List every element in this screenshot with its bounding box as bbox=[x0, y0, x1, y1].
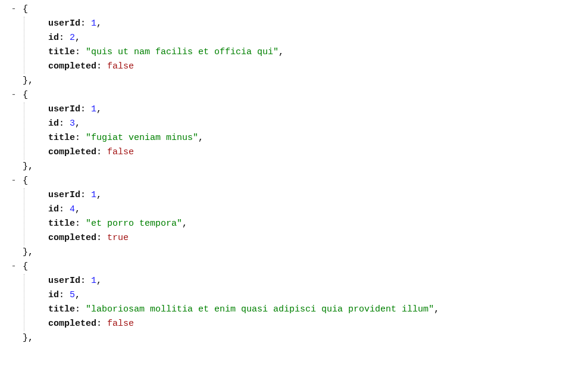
json-key: title bbox=[48, 219, 75, 229]
property-line: id: 4, bbox=[48, 202, 588, 217]
property-line: userId: 1, bbox=[48, 102, 588, 117]
json-colon: : bbox=[75, 219, 86, 229]
json-key: id bbox=[48, 204, 59, 214]
brace-open: { bbox=[23, 176, 28, 186]
json-comma: , bbox=[28, 76, 33, 86]
json-colon: : bbox=[96, 233, 107, 243]
json-colon: : bbox=[80, 104, 91, 114]
json-boolean: false bbox=[107, 61, 134, 71]
json-number: 4 bbox=[70, 204, 75, 214]
object-close-line: }, bbox=[0, 331, 588, 345]
property-line: userId: 1, bbox=[48, 188, 588, 202]
json-key: userId bbox=[48, 190, 80, 200]
property-line: id: 3, bbox=[48, 117, 588, 131]
json-comma: , bbox=[28, 333, 33, 343]
json-comma: , bbox=[96, 276, 102, 286]
object-open-line: - { bbox=[0, 260, 588, 274]
json-object: - { userId: 1, id: 4, title: "et porro t… bbox=[0, 174, 588, 260]
json-colon: : bbox=[96, 61, 107, 71]
json-colon: : bbox=[75, 304, 86, 314]
json-comma: , bbox=[28, 161, 33, 172]
property-line: title: "et porro tempora", bbox=[48, 217, 588, 231]
property-line: completed: true bbox=[48, 231, 588, 245]
object-close-line: }, bbox=[0, 160, 588, 174]
brace-open: { bbox=[23, 4, 28, 14]
property-line: completed: false bbox=[48, 317, 588, 331]
json-key: userId bbox=[48, 276, 80, 286]
property-line: completed: false bbox=[48, 145, 588, 160]
property-line: completed: false bbox=[48, 60, 588, 74]
collapse-toggle-icon[interactable]: - bbox=[10, 260, 18, 274]
json-boolean: false bbox=[107, 147, 134, 157]
json-comma: , bbox=[279, 47, 284, 57]
json-string: "quis ut nam facilis et officia qui" bbox=[86, 47, 279, 57]
property-line: userId: 1, bbox=[48, 17, 588, 31]
collapse-toggle-icon[interactable]: - bbox=[10, 174, 18, 188]
json-boolean: true bbox=[107, 233, 129, 243]
object-open-line: - { bbox=[0, 174, 588, 188]
json-colon: : bbox=[96, 319, 107, 329]
json-key: completed bbox=[48, 147, 96, 157]
json-colon: : bbox=[59, 33, 70, 43]
json-comma: , bbox=[75, 119, 80, 129]
json-string: "laboriosam mollitia et enim quasi adipi… bbox=[86, 304, 434, 314]
json-key: completed bbox=[48, 233, 96, 243]
json-number: 1 bbox=[91, 276, 96, 286]
json-boolean: false bbox=[107, 319, 134, 329]
object-close-line: }, bbox=[0, 245, 588, 260]
object-body: userId: 1, id: 4, title: "et porro tempo… bbox=[24, 188, 588, 245]
property-line: title: "fugiat veniam minus", bbox=[48, 131, 588, 145]
json-number: 2 bbox=[70, 33, 75, 43]
brace-close: } bbox=[23, 333, 28, 343]
brace-open: { bbox=[23, 90, 28, 100]
json-comma: , bbox=[28, 247, 33, 257]
json-comma: , bbox=[96, 104, 102, 114]
json-comma: , bbox=[75, 204, 80, 214]
json-comma: , bbox=[75, 33, 80, 43]
json-colon: : bbox=[80, 276, 91, 286]
json-key: id bbox=[48, 33, 59, 43]
collapse-toggle-icon[interactable]: - bbox=[10, 2, 18, 17]
json-key: userId bbox=[48, 104, 80, 114]
object-close-line: }, bbox=[0, 74, 588, 88]
json-number: 3 bbox=[70, 119, 75, 129]
object-open-line: - { bbox=[0, 2, 588, 17]
json-number: 1 bbox=[91, 18, 96, 29]
json-key: userId bbox=[48, 18, 80, 29]
json-colon: : bbox=[59, 204, 70, 214]
object-body: userId: 1, id: 2, title: "quis ut nam fa… bbox=[24, 17, 588, 74]
object-body: userId: 1, id: 3, title: "fugiat veniam … bbox=[24, 102, 588, 160]
property-line: title: "quis ut nam facilis et officia q… bbox=[48, 45, 588, 60]
json-comma: , bbox=[75, 290, 80, 300]
json-object: - { userId: 1, id: 5, title: "laboriosam… bbox=[0, 260, 588, 345]
property-line: title: "laboriosam mollitia et enim quas… bbox=[48, 303, 588, 317]
json-colon: : bbox=[75, 133, 86, 143]
brace-open: { bbox=[23, 261, 28, 272]
brace-close: } bbox=[23, 247, 28, 257]
json-key: title bbox=[48, 304, 75, 314]
json-key: title bbox=[48, 47, 75, 57]
json-colon: : bbox=[80, 18, 91, 29]
object-open-line: - { bbox=[0, 88, 588, 102]
json-viewer: - { userId: 1, id: 2, title: "quis ut na… bbox=[0, 2, 588, 345]
brace-close: } bbox=[23, 76, 28, 86]
json-comma: , bbox=[96, 190, 102, 200]
json-comma: , bbox=[434, 304, 439, 314]
json-colon: : bbox=[59, 290, 70, 300]
json-colon: : bbox=[59, 119, 70, 129]
json-number: 5 bbox=[70, 290, 75, 300]
json-comma: , bbox=[96, 18, 102, 29]
json-key: completed bbox=[48, 61, 96, 71]
json-object: - { userId: 1, id: 3, title: "fugiat ven… bbox=[0, 88, 588, 174]
json-key: title bbox=[48, 133, 75, 143]
json-number: 1 bbox=[91, 190, 96, 200]
json-key: id bbox=[48, 119, 59, 129]
json-comma: , bbox=[182, 219, 187, 229]
json-comma: , bbox=[198, 133, 204, 143]
json-number: 1 bbox=[91, 104, 96, 114]
json-object: - { userId: 1, id: 2, title: "quis ut na… bbox=[0, 2, 588, 88]
property-line: userId: 1, bbox=[48, 274, 588, 288]
property-line: id: 2, bbox=[48, 31, 588, 45]
collapse-toggle-icon[interactable]: - bbox=[10, 88, 18, 102]
json-string: "et porro tempora" bbox=[86, 219, 182, 229]
